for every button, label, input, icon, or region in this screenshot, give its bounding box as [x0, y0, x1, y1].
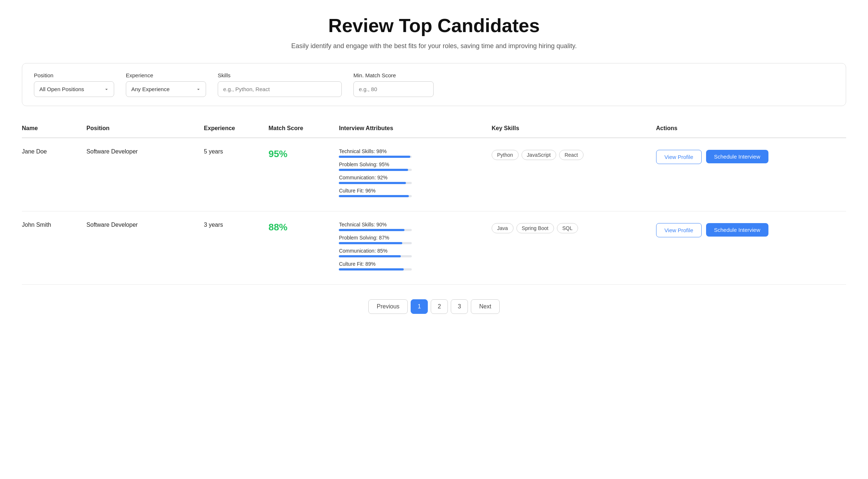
attribute-bar-background	[339, 255, 412, 257]
col-name: Name	[22, 121, 86, 138]
actions-cell: View ProfileSchedule Interview	[656, 222, 840, 237]
experience-filter-label: Experience	[126, 72, 206, 78]
attribute-bar-background	[339, 268, 412, 270]
view-profile-button[interactable]: View Profile	[656, 223, 702, 237]
attribute-label: Culture Fit: 89%	[339, 261, 486, 267]
table-row: Jane DoeSoftware Developer5 years95%Tech…	[22, 138, 846, 211]
candidate-match-score: 95%	[268, 138, 339, 211]
candidate-match-score: 88%	[268, 211, 339, 285]
candidate-skills: PythonJavaScriptReact	[492, 138, 656, 211]
skills-filter-label: Skills	[218, 72, 342, 78]
min-score-filter-group: Min. Match Score	[353, 72, 434, 97]
next-button[interactable]: Next	[471, 299, 500, 314]
col-position: Position	[86, 121, 204, 138]
attribute-bar-background	[339, 195, 412, 197]
attribute-row: Communication: 85%	[339, 248, 486, 257]
attribute-row: Culture Fit: 96%	[339, 188, 486, 197]
page-header: Review Top Candidates Easily identify an…	[22, 15, 846, 50]
skill-tag: Spring Boot	[516, 223, 554, 233]
pagination: Previous 1 2 3 Next	[22, 299, 846, 314]
attribute-bar-fill	[339, 229, 404, 231]
match-score-value: 88%	[268, 222, 287, 233]
attribute-bar-background	[339, 229, 412, 231]
candidate-skills: JavaSpring BootSQL	[492, 211, 656, 285]
attribute-bar-fill	[339, 195, 409, 197]
candidate-experience: 5 years	[204, 138, 268, 211]
candidate-attributes: Technical Skills: 90%Problem Solving: 87…	[339, 211, 492, 285]
attribute-row: Technical Skills: 90%	[339, 222, 486, 231]
attribute-row: Communication: 92%	[339, 175, 486, 184]
attribute-bar-background	[339, 156, 412, 158]
page-subtitle: Easily identify and engage with the best…	[22, 42, 846, 50]
page-1-button[interactable]: 1	[411, 299, 428, 314]
attribute-row: Problem Solving: 95%	[339, 161, 486, 171]
candidate-position: Software Developer	[86, 211, 204, 285]
skill-tag: SQL	[557, 223, 578, 233]
col-key-skills: Key Skills	[492, 121, 656, 138]
attribute-bar-background	[339, 182, 412, 184]
skill-tag: Python	[492, 150, 519, 160]
skills-filter-group: Skills	[218, 72, 342, 97]
attribute-row: Technical Skills: 98%	[339, 148, 486, 158]
col-match-score: Match Score	[268, 121, 339, 138]
experience-select[interactable]: Any Experience 0-2 years 3-5 years 5+ ye…	[126, 81, 206, 97]
position-filter-label: Position	[34, 72, 114, 78]
candidate-experience: 3 years	[204, 211, 268, 285]
attribute-bar-fill	[339, 169, 408, 171]
skills-list: PythonJavaScriptReact	[492, 148, 650, 160]
attribute-bar-fill	[339, 182, 406, 184]
attribute-label: Communication: 85%	[339, 248, 486, 254]
attribute-row: Culture Fit: 89%	[339, 261, 486, 270]
candidate-name: John Smith	[22, 211, 86, 285]
col-interview-attributes: Interview Attributes	[339, 121, 492, 138]
attribute-row: Problem Solving: 87%	[339, 235, 486, 244]
candidates-table: Name Position Experience Match Score Int…	[22, 121, 846, 285]
candidate-actions: View ProfileSchedule Interview	[656, 138, 846, 211]
skill-tag: Java	[492, 223, 514, 233]
attribute-label: Technical Skills: 98%	[339, 148, 486, 154]
candidate-attributes: Technical Skills: 98%Problem Solving: 95…	[339, 138, 492, 211]
prev-button[interactable]: Previous	[368, 299, 408, 314]
skill-tag: JavaScript	[522, 150, 556, 160]
match-score-value: 95%	[268, 148, 287, 159]
attribute-label: Culture Fit: 96%	[339, 188, 486, 194]
attribute-bar-fill	[339, 268, 404, 270]
page-3-button[interactable]: 3	[451, 299, 468, 314]
filter-bar: Position All Open Positions Software Dev…	[22, 63, 846, 106]
attribute-bar-background	[339, 242, 412, 244]
attribute-bar-background	[339, 169, 412, 171]
skill-tag: React	[559, 150, 584, 160]
schedule-interview-button[interactable]: Schedule Interview	[706, 150, 768, 163]
col-actions: Actions	[656, 121, 846, 138]
attribute-label: Communication: 92%	[339, 175, 486, 180]
view-profile-button[interactable]: View Profile	[656, 150, 702, 164]
skills-list: JavaSpring BootSQL	[492, 222, 650, 233]
skills-input[interactable]	[218, 81, 342, 97]
col-experience: Experience	[204, 121, 268, 138]
candidate-position: Software Developer	[86, 138, 204, 211]
actions-cell: View ProfileSchedule Interview	[656, 148, 840, 164]
candidate-actions: View ProfileSchedule Interview	[656, 211, 846, 285]
attribute-label: Problem Solving: 87%	[339, 235, 486, 241]
attribute-bar-fill	[339, 255, 401, 257]
attribute-bar-fill	[339, 156, 410, 158]
page-2-button[interactable]: 2	[431, 299, 448, 314]
attribute-label: Problem Solving: 95%	[339, 161, 486, 167]
position-select[interactable]: All Open Positions Software Developer Pr…	[34, 81, 114, 97]
attribute-bar-fill	[339, 242, 402, 244]
page-title: Review Top Candidates	[22, 15, 846, 36]
attribute-label: Technical Skills: 90%	[339, 222, 486, 227]
min-score-input[interactable]	[353, 81, 434, 97]
table-header-row: Name Position Experience Match Score Int…	[22, 121, 846, 138]
min-score-filter-label: Min. Match Score	[353, 72, 434, 78]
experience-filter-group: Experience Any Experience 0-2 years 3-5 …	[126, 72, 206, 97]
schedule-interview-button[interactable]: Schedule Interview	[706, 223, 768, 237]
table-row: John SmithSoftware Developer3 years88%Te…	[22, 211, 846, 285]
position-filter-group: Position All Open Positions Software Dev…	[34, 72, 114, 97]
candidate-name: Jane Doe	[22, 138, 86, 211]
